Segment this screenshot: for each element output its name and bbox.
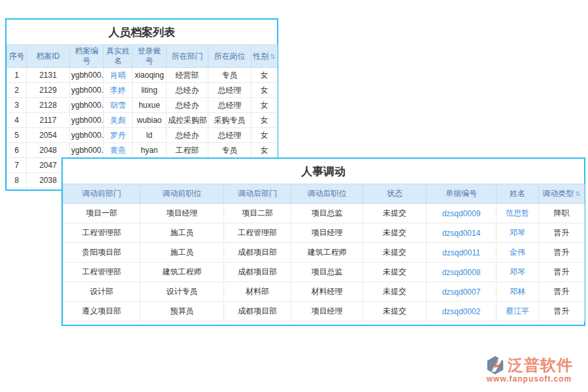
cell-link[interactable]: 吴彪 [104, 113, 133, 128]
column-header-department[interactable]: 所在部门 [167, 45, 208, 68]
table-row: 遵义项目部预算员成都项目部项目经理未提交dzsqd0002蔡江平晋升 [63, 302, 585, 321]
table-cell: 遵义项目部 [63, 302, 140, 321]
column-header-status[interactable]: 状态 [363, 184, 427, 204]
table-cell: 项目经理 [291, 223, 363, 243]
table-cell: 采购专员 [208, 113, 252, 128]
column-header-post[interactable]: 所在岗位 [208, 45, 252, 68]
table-cell: 材料经理 [291, 282, 363, 302]
table-cell: 项目总监 [291, 263, 363, 282]
table-cell: 总经办 [167, 83, 208, 98]
table-cell: 降职 [539, 204, 585, 223]
personnel-table-title: 人员档案列表 [7, 20, 277, 44]
cell-link[interactable]: 邓琴 [497, 223, 539, 243]
table-cell: 工程管理部 [224, 223, 291, 243]
column-header-gender[interactable]: 性别⇅ [252, 45, 278, 68]
column-header-transfer-type-label: 调动类型 [542, 189, 574, 198]
table-cell: 未提交 [363, 302, 427, 321]
table-cell: ygbh000... [70, 83, 104, 98]
table-cell: 2048 [27, 143, 70, 158]
table-cell: 未提交 [363, 263, 427, 282]
table-cell: 施工员 [140, 223, 224, 243]
table-row: 工程管理部施工员工程管理部项目经理未提交dzsqd0014邓琴晋升 [63, 223, 585, 243]
table-cell: 项目二部 [224, 204, 291, 223]
table-cell: 女 [252, 128, 278, 143]
cell-link[interactable]: 黄燕 [104, 143, 133, 158]
table-cell: 总经理 [208, 128, 252, 143]
table-cell: 施工员 [140, 243, 224, 263]
table-cell: 建筑工程师 [291, 243, 363, 263]
table-cell: ygbh000... [70, 98, 104, 113]
table-cell: 设计部 [63, 282, 140, 302]
table-cell: 专员 [208, 143, 252, 158]
table-cell: 2054 [27, 128, 70, 143]
table-cell: 2117 [27, 113, 70, 128]
table-cell: 7 [7, 158, 27, 173]
sort-icon[interactable]: ⇅ [575, 190, 580, 197]
column-header-name[interactable]: 姓名 [497, 184, 539, 204]
table-cell: 项目经理 [140, 204, 224, 223]
column-header-file-no[interactable]: 档案编号 [70, 45, 104, 68]
table-cell: 女 [252, 113, 278, 128]
cell-link[interactable]: 胡雪 [104, 98, 133, 113]
column-header-post-after[interactable]: 调动后职位 [291, 184, 363, 204]
table-cell: huxue [133, 98, 167, 113]
table-cell: xiaoqing [133, 68, 167, 83]
cell-link[interactable]: dzsqd0008 [427, 263, 497, 282]
table-cell: 贵阳项目部 [63, 243, 140, 263]
cell-link[interactable]: dzsqd0002 [427, 302, 497, 321]
cell-link[interactable]: 邓林 [497, 282, 539, 302]
table-row: 32128ygbh000...胡雪huxue总经办总经理女 [7, 98, 278, 113]
table-row: 设计部设计专员材料部材料经理未提交dzsqd0007邓林晋升 [63, 282, 585, 302]
table-cell: 经营部 [167, 68, 208, 83]
column-header-real-name[interactable]: 真实姓名 [104, 45, 133, 68]
column-header-file-id[interactable]: 档案ID [27, 45, 70, 68]
table-cell: 3 [7, 98, 27, 113]
table-cell: 成都项目部 [224, 302, 291, 321]
cell-link[interactable]: 蔡江平 [497, 302, 539, 321]
table-cell: 项目总监 [291, 204, 363, 223]
cell-link[interactable]: 范思哲 [497, 204, 539, 223]
table-row: 贵阳项目部施工员成都项目部建筑工程师未提交dzsqd0011金伟晋升 [63, 243, 585, 263]
table-cell: 晋升 [539, 302, 585, 321]
table-cell: 工程管理部 [63, 263, 140, 282]
cell-link[interactable]: dzsqd0014 [427, 223, 497, 243]
cell-link[interactable]: 邓琴 [497, 263, 539, 282]
fanpu-watermark: 泛普软件 www.fanpusoft.com [477, 355, 581, 384]
table-cell: 成控采购部 [167, 113, 208, 128]
column-header-transfer-type[interactable]: 调动类型⇅ [539, 184, 585, 204]
table-cell: 2 [7, 83, 27, 98]
table-row: 项目一部项目经理项目二部项目总监未提交dzsqd0009范思哲降职 [63, 204, 585, 223]
cell-link[interactable]: dzsqd0007 [427, 282, 497, 302]
cell-link[interactable]: 罗丹 [104, 128, 133, 143]
column-header-dept-before[interactable]: 调动前部门 [63, 184, 140, 204]
transfer-table-title: 人事调动 [63, 159, 584, 184]
table-cell: ygbh000... [70, 68, 104, 83]
sort-icon[interactable]: ⇅ [270, 53, 275, 60]
table-cell: 总经办 [167, 128, 208, 143]
brand-name: 泛普软件 [508, 355, 573, 376]
column-header-post-before[interactable]: 调动前职位 [140, 184, 224, 204]
cell-link[interactable]: 李婷 [104, 83, 133, 98]
table-cell: 5 [7, 128, 27, 143]
column-header-doc-no[interactable]: 单据编号 [427, 184, 497, 204]
cell-link[interactable]: 金伟 [497, 243, 539, 263]
table-cell: 女 [252, 98, 278, 113]
column-header-index[interactable]: 序号 [7, 45, 27, 68]
table-cell: 未提交 [363, 223, 427, 243]
table-cell: 专员 [208, 68, 252, 83]
cell-link[interactable]: dzsqd0009 [427, 204, 497, 223]
table-cell: 2129 [27, 83, 70, 98]
column-header-dept-after[interactable]: 调动后部门 [224, 184, 291, 204]
cell-link[interactable]: dzsqd0011 [427, 243, 497, 263]
table-cell: 晋升 [539, 243, 585, 263]
table-cell: ygbh000... [70, 113, 104, 128]
cell-link[interactable]: 肖晴 [104, 68, 133, 83]
table-cell: 未提交 [363, 282, 427, 302]
table-cell: ygbh000... [70, 128, 104, 143]
table-cell: 建筑工程师 [140, 263, 224, 282]
fanpu-logo-icon [485, 355, 505, 375]
table-cell: 项目经理 [291, 302, 363, 321]
table-cell: hyan [133, 143, 167, 158]
table-cell: ygbh000... [70, 143, 104, 158]
column-header-login[interactable]: 登录账号 [133, 45, 167, 68]
